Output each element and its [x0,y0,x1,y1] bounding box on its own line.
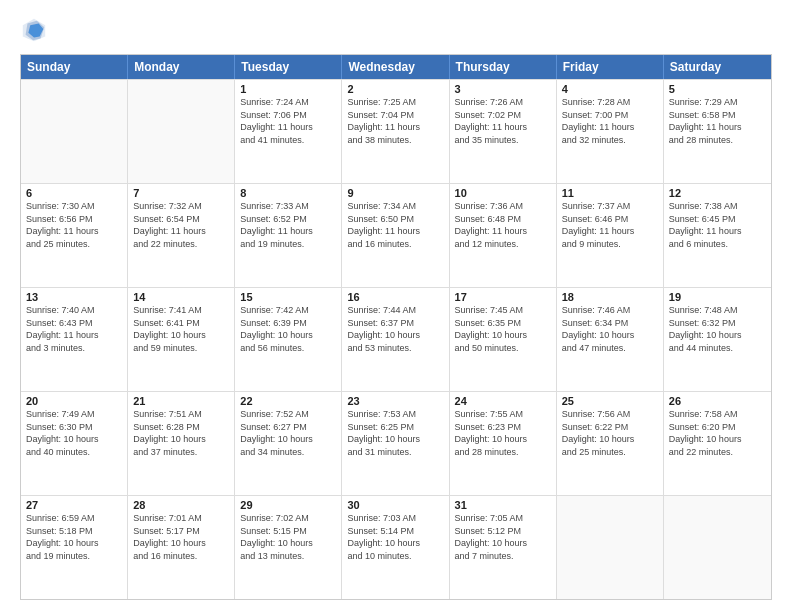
cell-day-number: 14 [133,291,229,303]
calendar-cell: 25Sunrise: 7:56 AMSunset: 6:22 PMDayligh… [557,392,664,495]
calendar-cell: 26Sunrise: 7:58 AMSunset: 6:20 PMDayligh… [664,392,771,495]
cell-day-number: 29 [240,499,336,511]
cell-day-number: 11 [562,187,658,199]
cell-day-number: 5 [669,83,766,95]
calendar-cell: 30Sunrise: 7:03 AMSunset: 5:14 PMDayligh… [342,496,449,599]
logo [20,16,52,44]
calendar: SundayMondayTuesdayWednesdayThursdayFrid… [20,54,772,600]
cell-info: Sunrise: 7:56 AMSunset: 6:22 PMDaylight:… [562,408,658,458]
calendar-cell: 24Sunrise: 7:55 AMSunset: 6:23 PMDayligh… [450,392,557,495]
calendar-cell: 14Sunrise: 7:41 AMSunset: 6:41 PMDayligh… [128,288,235,391]
cell-day-number: 12 [669,187,766,199]
calendar-cell: 4Sunrise: 7:28 AMSunset: 7:00 PMDaylight… [557,80,664,183]
cell-day-number: 21 [133,395,229,407]
cell-day-number: 30 [347,499,443,511]
cell-day-number: 15 [240,291,336,303]
cell-day-number: 3 [455,83,551,95]
calendar-cell: 27Sunrise: 6:59 AMSunset: 5:18 PMDayligh… [21,496,128,599]
calendar-cell: 28Sunrise: 7:01 AMSunset: 5:17 PMDayligh… [128,496,235,599]
calendar-row-1: 6Sunrise: 7:30 AMSunset: 6:56 PMDaylight… [21,183,771,287]
cell-info: Sunrise: 7:40 AMSunset: 6:43 PMDaylight:… [26,304,122,354]
header-day-thursday: Thursday [450,55,557,79]
cell-day-number: 17 [455,291,551,303]
calendar-cell: 6Sunrise: 7:30 AMSunset: 6:56 PMDaylight… [21,184,128,287]
calendar-cell [21,80,128,183]
cell-info: Sunrise: 7:38 AMSunset: 6:45 PMDaylight:… [669,200,766,250]
cell-day-number: 6 [26,187,122,199]
cell-info: Sunrise: 7:46 AMSunset: 6:34 PMDaylight:… [562,304,658,354]
header [20,16,772,44]
cell-info: Sunrise: 7:49 AMSunset: 6:30 PMDaylight:… [26,408,122,458]
cell-day-number: 28 [133,499,229,511]
calendar-cell [128,80,235,183]
calendar-cell: 20Sunrise: 7:49 AMSunset: 6:30 PMDayligh… [21,392,128,495]
calendar-cell: 16Sunrise: 7:44 AMSunset: 6:37 PMDayligh… [342,288,449,391]
cell-info: Sunrise: 7:32 AMSunset: 6:54 PMDaylight:… [133,200,229,250]
calendar-cell: 2Sunrise: 7:25 AMSunset: 7:04 PMDaylight… [342,80,449,183]
cell-day-number: 25 [562,395,658,407]
calendar-cell: 29Sunrise: 7:02 AMSunset: 5:15 PMDayligh… [235,496,342,599]
cell-day-number: 26 [669,395,766,407]
page: SundayMondayTuesdayWednesdayThursdayFrid… [0,0,792,612]
cell-info: Sunrise: 7:34 AMSunset: 6:50 PMDaylight:… [347,200,443,250]
header-day-wednesday: Wednesday [342,55,449,79]
cell-day-number: 7 [133,187,229,199]
cell-info: Sunrise: 7:48 AMSunset: 6:32 PMDaylight:… [669,304,766,354]
cell-info: Sunrise: 7:42 AMSunset: 6:39 PMDaylight:… [240,304,336,354]
header-day-friday: Friday [557,55,664,79]
cell-info: Sunrise: 7:41 AMSunset: 6:41 PMDaylight:… [133,304,229,354]
cell-day-number: 1 [240,83,336,95]
cell-day-number: 24 [455,395,551,407]
calendar-row-4: 27Sunrise: 6:59 AMSunset: 5:18 PMDayligh… [21,495,771,599]
calendar-cell: 23Sunrise: 7:53 AMSunset: 6:25 PMDayligh… [342,392,449,495]
calendar-cell: 5Sunrise: 7:29 AMSunset: 6:58 PMDaylight… [664,80,771,183]
calendar-cell: 10Sunrise: 7:36 AMSunset: 6:48 PMDayligh… [450,184,557,287]
cell-day-number: 31 [455,499,551,511]
cell-day-number: 8 [240,187,336,199]
cell-day-number: 27 [26,499,122,511]
cell-info: Sunrise: 7:02 AMSunset: 5:15 PMDaylight:… [240,512,336,562]
calendar-cell: 19Sunrise: 7:48 AMSunset: 6:32 PMDayligh… [664,288,771,391]
cell-info: Sunrise: 7:30 AMSunset: 6:56 PMDaylight:… [26,200,122,250]
calendar-cell: 12Sunrise: 7:38 AMSunset: 6:45 PMDayligh… [664,184,771,287]
calendar-cell: 31Sunrise: 7:05 AMSunset: 5:12 PMDayligh… [450,496,557,599]
cell-info: Sunrise: 7:36 AMSunset: 6:48 PMDaylight:… [455,200,551,250]
cell-day-number: 4 [562,83,658,95]
calendar-cell: 7Sunrise: 7:32 AMSunset: 6:54 PMDaylight… [128,184,235,287]
calendar-cell [557,496,664,599]
calendar-cell: 8Sunrise: 7:33 AMSunset: 6:52 PMDaylight… [235,184,342,287]
cell-info: Sunrise: 7:03 AMSunset: 5:14 PMDaylight:… [347,512,443,562]
cell-info: Sunrise: 7:51 AMSunset: 6:28 PMDaylight:… [133,408,229,458]
calendar-cell [664,496,771,599]
cell-day-number: 13 [26,291,122,303]
cell-day-number: 22 [240,395,336,407]
calendar-body: 1Sunrise: 7:24 AMSunset: 7:06 PMDaylight… [21,79,771,599]
cell-info: Sunrise: 6:59 AMSunset: 5:18 PMDaylight:… [26,512,122,562]
calendar-row-3: 20Sunrise: 7:49 AMSunset: 6:30 PMDayligh… [21,391,771,495]
cell-info: Sunrise: 7:33 AMSunset: 6:52 PMDaylight:… [240,200,336,250]
header-day-sunday: Sunday [21,55,128,79]
cell-day-number: 9 [347,187,443,199]
calendar-row-2: 13Sunrise: 7:40 AMSunset: 6:43 PMDayligh… [21,287,771,391]
calendar-cell: 22Sunrise: 7:52 AMSunset: 6:27 PMDayligh… [235,392,342,495]
calendar-cell: 9Sunrise: 7:34 AMSunset: 6:50 PMDaylight… [342,184,449,287]
calendar-header: SundayMondayTuesdayWednesdayThursdayFrid… [21,55,771,79]
cell-info: Sunrise: 7:58 AMSunset: 6:20 PMDaylight:… [669,408,766,458]
calendar-cell: 21Sunrise: 7:51 AMSunset: 6:28 PMDayligh… [128,392,235,495]
cell-info: Sunrise: 7:53 AMSunset: 6:25 PMDaylight:… [347,408,443,458]
cell-info: Sunrise: 7:25 AMSunset: 7:04 PMDaylight:… [347,96,443,146]
cell-info: Sunrise: 7:37 AMSunset: 6:46 PMDaylight:… [562,200,658,250]
cell-day-number: 19 [669,291,766,303]
cell-info: Sunrise: 7:44 AMSunset: 6:37 PMDaylight:… [347,304,443,354]
cell-day-number: 18 [562,291,658,303]
calendar-cell: 15Sunrise: 7:42 AMSunset: 6:39 PMDayligh… [235,288,342,391]
cell-info: Sunrise: 7:28 AMSunset: 7:00 PMDaylight:… [562,96,658,146]
cell-info: Sunrise: 7:55 AMSunset: 6:23 PMDaylight:… [455,408,551,458]
header-day-monday: Monday [128,55,235,79]
logo-icon [20,16,48,44]
cell-info: Sunrise: 7:52 AMSunset: 6:27 PMDaylight:… [240,408,336,458]
header-day-tuesday: Tuesday [235,55,342,79]
cell-info: Sunrise: 7:45 AMSunset: 6:35 PMDaylight:… [455,304,551,354]
calendar-cell: 17Sunrise: 7:45 AMSunset: 6:35 PMDayligh… [450,288,557,391]
calendar-row-0: 1Sunrise: 7:24 AMSunset: 7:06 PMDaylight… [21,79,771,183]
